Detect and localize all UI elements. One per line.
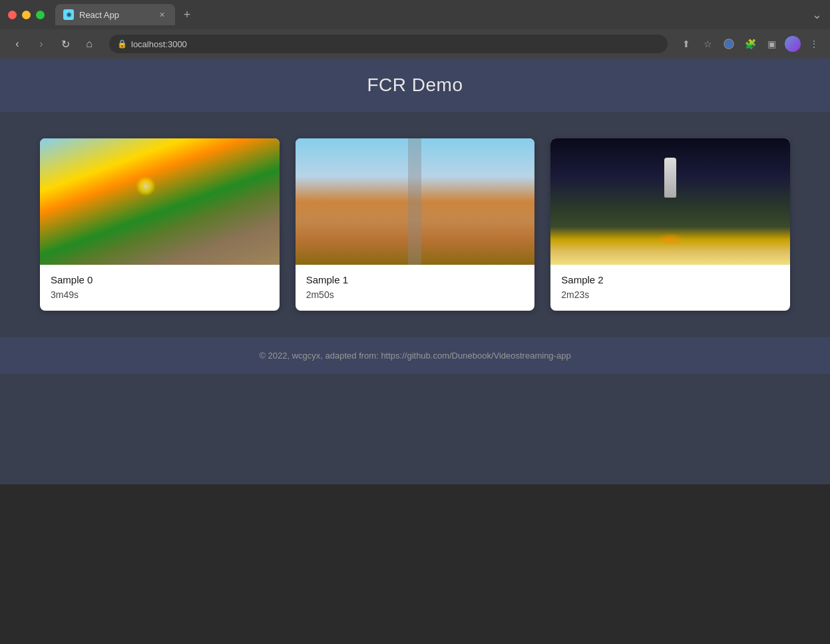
video-duration-0: 3m49s — [51, 289, 269, 300]
video-card-1[interactable]: Sample 1 2m50s — [296, 138, 535, 311]
profile-avatar[interactable] — [785, 36, 801, 52]
app-main: Sample 0 3m49s Sample 1 2m50s Sample 2 2… — [0, 112, 830, 337]
footer-text: © 2022, wcgcyx, adapted from: https://gi… — [13, 351, 817, 361]
minimize-button[interactable] — [22, 11, 31, 19]
google-icon[interactable] — [721, 36, 737, 52]
lock-icon: 🔒 — [117, 39, 127, 49]
sidebar-icon[interactable]: ▣ — [763, 36, 779, 52]
video-thumbnail-2 — [550, 138, 790, 265]
app-content: FCR Demo Sample 0 3m49s Sample 1 2m50s S… — [0, 59, 830, 484]
video-grid: Sample 0 3m49s Sample 1 2m50s Sample 2 2… — [40, 138, 790, 311]
upload-icon[interactable]: ⬆ — [678, 36, 694, 52]
title-bar: ⚛ React App ✕ + ⌄ — [0, 0, 830, 29]
video-info-2: Sample 2 2m23s — [550, 265, 790, 311]
video-duration-2: 2m23s — [561, 289, 779, 300]
tab-favicon: ⚛ — [63, 9, 74, 20]
video-info-0: Sample 0 3m49s — [40, 265, 280, 311]
bookmark-star-icon[interactable]: ☆ — [700, 36, 716, 52]
active-tab[interactable]: ⚛ React App ✕ — [55, 4, 175, 25]
back-button[interactable]: ‹ — [8, 35, 27, 53]
video-thumbnail-1 — [296, 138, 535, 265]
address-text: localhost:3000 — [131, 39, 187, 49]
video-duration-1: 2m50s — [306, 289, 524, 300]
new-tab-button[interactable]: + — [178, 5, 196, 24]
address-bar[interactable]: 🔒 localhost:3000 — [109, 35, 668, 53]
nav-bar: ‹ › ↻ ⌂ 🔒 localhost:3000 ⬆ ☆ 🧩 ▣ ⋮ — [0, 29, 830, 59]
refresh-button[interactable]: ↻ — [56, 35, 75, 53]
video-card-2[interactable]: Sample 2 2m23s — [550, 138, 790, 311]
extensions-icon[interactable]: 🧩 — [742, 36, 758, 52]
browser-window: ⚛ React App ✕ + ⌄ ‹ › ↻ ⌂ 🔒 localhost:30… — [0, 0, 830, 617]
app-footer: © 2022, wcgcyx, adapted from: https://gi… — [0, 337, 830, 374]
app-title: FCR Demo — [16, 75, 814, 96]
home-button[interactable]: ⌂ — [80, 35, 99, 53]
traffic-lights — [8, 11, 45, 19]
close-button[interactable] — [8, 11, 17, 19]
below-fold-bg — [0, 484, 830, 617]
video-card-0[interactable]: Sample 0 3m49s — [40, 138, 280, 311]
tab-chevron[interactable]: ⌄ — [812, 7, 822, 22]
more-menu-icon[interactable]: ⋮ — [806, 36, 822, 52]
tab-title-label: React App — [79, 10, 151, 20]
nav-right-icons: ⬆ ☆ 🧩 ▣ ⋮ — [678, 36, 822, 52]
video-thumbnail-0 — [40, 138, 280, 265]
video-name-1: Sample 1 — [306, 274, 524, 285]
video-name-0: Sample 0 — [51, 274, 269, 285]
app-header: FCR Demo — [0, 59, 830, 112]
video-name-2: Sample 2 — [561, 274, 779, 285]
tab-close-button[interactable]: ✕ — [156, 9, 167, 20]
forward-button[interactable]: › — [32, 35, 51, 53]
tab-bar: ⚛ React App ✕ + ⌄ — [55, 4, 822, 25]
video-info-1: Sample 1 2m50s — [296, 265, 535, 311]
maximize-button[interactable] — [36, 11, 45, 19]
